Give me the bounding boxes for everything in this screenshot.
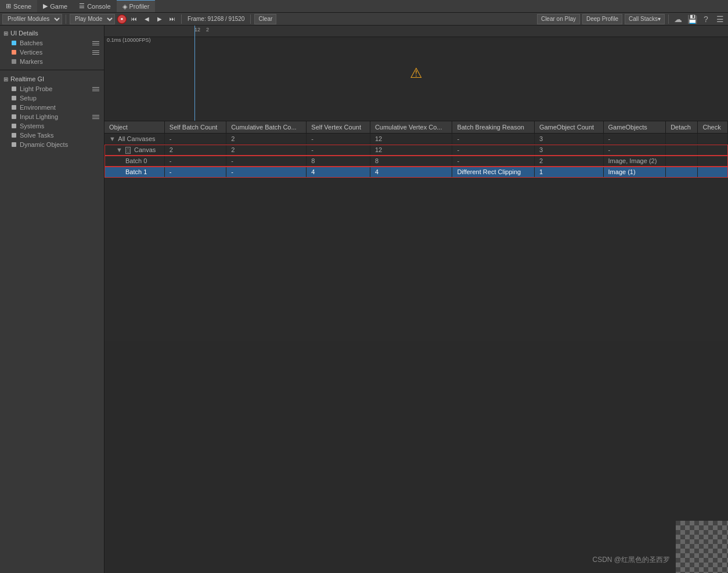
next-frame-button[interactable]: ▶: [154, 14, 165, 24]
cell-check: [698, 145, 728, 156]
col-batch-breaking[interactable]: Batch Breaking Reason: [452, 121, 535, 134]
col-check[interactable]: Check: [698, 121, 728, 134]
cell-self-batch: 2: [164, 145, 226, 156]
expand-arrow: ▼: [116, 146, 122, 153]
sep-2: [181, 15, 182, 24]
call-stacks-button[interactable]: Call Stacks ▾: [625, 14, 665, 24]
cell-gameobjects: -: [603, 145, 666, 156]
sidebar-item-markers[interactable]: Markers: [0, 57, 104, 66]
sep-4: [668, 15, 669, 24]
cell-batch-breaking: -: [452, 134, 535, 145]
col-cumulative-vertex[interactable]: Cumulative Vertex Co...: [370, 121, 452, 134]
col-detach[interactable]: Detach: [666, 121, 698, 134]
line-3: [92, 118, 99, 119]
cell-gameobject-count: 1: [534, 167, 603, 178]
table-header-row: Object Self Batch Count Cumulative Batch…: [104, 121, 728, 134]
table-row[interactable]: Batch 1 - - 4 4 Different Rect Clipping …: [104, 167, 728, 178]
cell-self-vertex: 4: [307, 167, 370, 178]
cell-object: ▼ ⌷ Canvas: [104, 145, 164, 156]
preview-panel: [676, 521, 728, 573]
light-probe-lines: [92, 87, 99, 91]
line-1: [92, 115, 99, 116]
game-icon: ▶: [43, 2, 48, 10]
expand-arrow: ▼: [109, 135, 116, 142]
col-self-batch[interactable]: Self Batch Count: [164, 121, 226, 134]
cloud-icon-button[interactable]: ☁: [672, 13, 684, 25]
tab-game[interactable]: ▶ Game: [37, 0, 73, 12]
frame-label: Frame: 91268 / 91520: [185, 16, 247, 22]
record-button[interactable]: ●: [117, 15, 127, 24]
menu-icon-button[interactable]: ☰: [714, 13, 726, 25]
cell-cumulative-vertex: 12: [370, 145, 452, 156]
tab-scene[interactable]: ⊞ Scene: [0, 0, 37, 12]
cell-cumulative-batch: 2: [226, 145, 307, 156]
solve-tasks-color: [12, 133, 16, 138]
sidebar-item-systems[interactable]: Systems: [0, 121, 104, 131]
input-lighting-color: [12, 114, 16, 119]
col-object[interactable]: Object: [104, 121, 164, 134]
sidebar-item-input-lighting[interactable]: Input Lighting: [0, 112, 104, 121]
realtime-gi-section: ⊞ Realtime GI Light Probe Setup Environm…: [0, 71, 104, 152]
col-gameobjects[interactable]: GameObjects: [603, 121, 666, 134]
toolbar: Profiler Modules Play Mode ● ⏮ ◀ ▶ ⏭ Fra…: [0, 13, 728, 26]
current-frame-button[interactable]: ⏭: [167, 14, 178, 24]
table-area[interactable]: Object Self Batch Count Cumulative Batch…: [104, 121, 728, 341]
cell-detach: [666, 145, 698, 156]
console-icon: ☰: [79, 2, 85, 10]
col-gameobject-count[interactable]: GameObject Count: [534, 121, 603, 134]
profiler-modules-select[interactable]: Profiler Modules: [2, 14, 62, 24]
col-cumulative-batch[interactable]: Cumulative Batch Co...: [226, 121, 307, 134]
main-layout: ⊞ UI Details Batches Vertices: [0, 26, 728, 573]
timeline-cursor: [194, 26, 195, 121]
cell-object: ▼ All Canvases: [104, 134, 164, 145]
line-2: [92, 89, 99, 89]
sidebar-ui-details-label: UI Details: [10, 30, 38, 37]
sidebar-item-light-probe[interactable]: Light Probe: [0, 84, 104, 93]
sidebar-item-dynamic-objects[interactable]: Dynamic Objects: [0, 140, 104, 149]
fps-label: 0.1ms (10000FPS): [107, 37, 151, 43]
line-2: [92, 117, 99, 117]
help-icon-button[interactable]: ?: [700, 13, 712, 25]
sidebar-item-setup[interactable]: Setup: [0, 93, 104, 103]
cell-gameobjects: Image, Image (2): [603, 156, 666, 167]
sidebar-item-solve-tasks[interactable]: Solve Tasks: [0, 131, 104, 140]
cell-check: [698, 134, 728, 145]
sidebar-item-batches[interactable]: Batches: [0, 38, 104, 48]
sidebar-item-vertices[interactable]: Vertices: [0, 48, 104, 57]
environment-color: [12, 105, 16, 110]
line-1: [92, 41, 99, 42]
cell-detach: [666, 156, 698, 167]
sidebar: ⊞ UI Details Batches Vertices: [0, 26, 104, 573]
cell-batch-breaking: Different Rect Clipping: [452, 167, 535, 178]
timeline-marker-2: 2: [206, 27, 209, 33]
setup-color: [12, 96, 16, 100]
line-3: [92, 45, 99, 45]
tab-profiler[interactable]: ◈ Profiler: [117, 0, 156, 12]
deep-profile-button[interactable]: Deep Profile: [582, 14, 622, 24]
tab-console[interactable]: ☰ Console: [73, 0, 116, 12]
cell-cumulative-batch: 2: [226, 134, 307, 145]
table-row[interactable]: ▼ All Canvases - 2 - 12 - 3 -: [104, 134, 728, 145]
step-back-button[interactable]: ⏮: [129, 14, 139, 24]
sep-3: [250, 15, 251, 24]
sidebar-item-environment[interactable]: Environment: [0, 103, 104, 112]
scene-icon: ⊞: [6, 2, 11, 10]
cell-gameobjects: -: [603, 134, 666, 145]
col-self-vertex[interactable]: Self Vertex Count: [307, 121, 370, 134]
markers-color: [12, 59, 16, 64]
cell-self-vertex: -: [307, 134, 370, 145]
clear-on-play-button[interactable]: Clear on Play: [537, 14, 580, 24]
cell-check: [698, 156, 728, 167]
play-mode-select[interactable]: Play Mode: [70, 14, 115, 24]
save-icon-button[interactable]: 💾: [686, 13, 698, 25]
timeline: 12 2: [104, 26, 728, 37]
table-row[interactable]: Batch 0 - - 8 8 - 2 Image, Image (2): [104, 156, 728, 167]
clear-button[interactable]: Clear: [254, 14, 276, 24]
cell-batch-breaking: -: [452, 145, 535, 156]
cell-self-vertex: 8: [307, 156, 370, 167]
prev-frame-button[interactable]: ◀: [142, 14, 152, 24]
table-row[interactable]: ▼ ⌷ Canvas 2 2 - 12 - 3 -: [104, 145, 728, 156]
sidebar-item-realtime-gi[interactable]: ⊞ Realtime GI: [0, 74, 104, 84]
bottom-area: CSDN @红黑色的圣西罗: [104, 341, 728, 573]
sidebar-item-ui-details[interactable]: ⊞ UI Details: [0, 28, 104, 38]
